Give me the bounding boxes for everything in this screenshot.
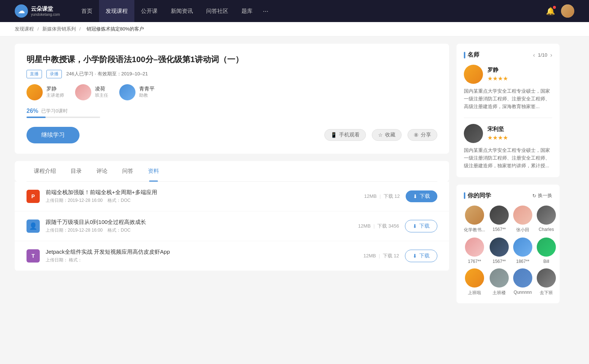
course-title: 明星中教授课，小学阶段语法100分–强化级第1讲动词（一） [27, 54, 437, 65]
download-btn-2[interactable]: ⬇ 下载 [405, 250, 437, 262]
breadcrumb-link-series[interactable]: 新媒体营销系列 [42, 26, 76, 32]
file-size-0: 12MB | 下载 12 [364, 193, 400, 200]
teacher-card-desc-1: 国内某重点大学安全工程专业硕士，国家一级注册消防工程师、注册安全工程师、级注册建… [464, 147, 552, 169]
course-card: 明星中教授课，小学阶段语法100分–强化级第1讲动词（一） 直播 录播 246人… [15, 44, 449, 154]
mobile-icon: 📱 [331, 132, 337, 138]
tab-intro[interactable]: 课程介绍 [27, 161, 63, 181]
classmate-2[interactable]: 张小田 [513, 206, 532, 233]
classmate-avatar-3 [537, 206, 556, 225]
classmate-9[interactable]: 土班楼 [490, 268, 509, 296]
course-meta: 直播 录播 246人已学习 · 有效期至：2019–10–21 [27, 70, 437, 78]
refresh-icon: ↻ [532, 193, 536, 199]
teacher-card-name-0: 罗静 [487, 67, 508, 74]
classmate-7[interactable]: Bill [537, 238, 556, 264]
classmate-name-11: 去下班 [537, 290, 556, 296]
mobile-view-btn[interactable]: 📱 手机观看 [324, 129, 366, 141]
avatar-image [561, 4, 574, 18]
tab-qa[interactable]: 问答 [115, 161, 141, 181]
classmate-avatar-6 [513, 238, 532, 257]
file-item-0: P 前端全栈加强版！前端全栈+全周期+多端应用 上传日期：2019-12-28 … [15, 182, 449, 211]
breadcrumb-sep-2: / [79, 26, 82, 32]
classmate-3[interactable]: Charles [537, 206, 556, 233]
progress-text: 已学习0课时 [41, 108, 68, 114]
classmates-panel-title: 你的同学 [464, 192, 491, 200]
share-btn[interactable]: ⑧ 分享 [408, 129, 437, 141]
nav-qa[interactable]: 问答社区 [200, 0, 235, 22]
classmate-11[interactable]: 去下班 [537, 268, 556, 296]
file-item-1: 👤 跟随千万级项目从0到100全过程高效成长 上传日期：2019-12-28 1… [15, 211, 449, 241]
nav: 首页 发现课程 公开课 新闻资讯 问答社区 题库 ··· [75, 0, 546, 22]
teacher-avatar-0 [27, 84, 43, 100]
classmate-6[interactable]: 1867** [513, 238, 532, 264]
file-name-1: 跟随千万级项目从0到100全过程高效成长 [46, 219, 352, 226]
file-list: P 前端全栈加强版！前端全栈+全周期+多端应用 上传日期：2019-12-28 … [15, 182, 449, 271]
teachers-next-btn[interactable]: › [550, 52, 552, 58]
classmate-1[interactable]: 1567** [490, 206, 509, 233]
classmate-name-2: 张小田 [513, 227, 532, 233]
classmate-avatar-9 [490, 268, 509, 288]
breadcrumb: 发现课程 / 新媒体营销系列 / 销冠修炼术搞定80%的客户 [0, 22, 589, 36]
continue-btn[interactable]: 继续学习 [27, 127, 80, 143]
classmate-10[interactable]: Qunnnnn [513, 268, 532, 296]
teacher-role-2: 助教 [139, 92, 155, 99]
teacher-name-2: 青青平 [139, 86, 155, 92]
classmate-0[interactable]: 化学教书... [464, 206, 485, 233]
classmate-avatar-4 [465, 238, 484, 257]
nav-home[interactable]: 首页 [75, 0, 99, 22]
tab-catalog[interactable]: 目录 [63, 161, 89, 181]
teacher-1: 凌荷 班主任 [75, 84, 108, 100]
teacher-card-avatar-1 [464, 124, 483, 143]
teacher-card-1: 宋利坚 ★★★★ 国内某重点大学安全工程专业硕士，国家一级注册消防工程师、注册安… [464, 124, 552, 169]
nav-open[interactable]: 公开课 [134, 0, 164, 22]
file-meta-2: 上传日期： 格式： [46, 257, 357, 263]
teachers-page: 1/10 [538, 52, 547, 58]
refresh-btn[interactable]: ↻ 换一换 [532, 192, 552, 199]
classmate-4[interactable]: 1767** [464, 238, 485, 264]
classmate-avatar-0 [465, 206, 484, 225]
progress-section: 26% 已学习0课时 [27, 108, 437, 118]
teachers-prev-btn[interactable]: ‹ [533, 52, 535, 58]
teachers-panel: 名师 ‹ 1/10 › 罗静 ★★★★ 国内某 [456, 44, 560, 177]
progress-bar-bg [27, 117, 100, 118]
nav-news[interactable]: 新闻资讯 [164, 0, 200, 22]
file-size-1: 12MB | 下载 3456 [358, 223, 399, 229]
classmate-8[interactable]: 上班啦 [464, 268, 485, 296]
tab-material[interactable]: 资料 [141, 161, 166, 181]
user-avatar[interactable] [561, 4, 574, 18]
classmate-name-6: 1867** [513, 259, 532, 264]
logo[interactable]: ☁ 云朵课堂 yundoketang.com [15, 4, 60, 18]
classmate-avatar-2 [513, 206, 532, 225]
download-btn-1[interactable]: ⬇ 下载 [405, 220, 437, 232]
download-btn-0[interactable]: ⬇ 下载 [406, 190, 437, 202]
breadcrumb-current: 销冠修炼术搞定80%的客户 [87, 26, 144, 32]
teacher-avatar-1 [75, 84, 91, 100]
download-icon-0: ⬇ [413, 193, 417, 199]
share-icon: ⑧ [414, 132, 419, 138]
classmates-header: 你的同学 ↻ 换一换 [464, 192, 552, 200]
classmate-avatar-10 [513, 268, 532, 288]
teachers-list: 罗静 主讲老师 凌荷 班主任 青青平 助教 [27, 84, 437, 100]
collect-btn[interactable]: ☆ 收藏 [372, 129, 402, 141]
nav-quiz[interactable]: 题库 [235, 0, 259, 22]
classmate-name-5: 1567** [490, 259, 509, 264]
logo-icon: ☁ [15, 4, 28, 18]
teacher-avatar-2 [119, 84, 135, 100]
classmate-avatar-5 [490, 238, 509, 257]
teacher-card-0: 罗静 ★★★★ 国内某重点大学安全工程专业硕士，国家一级注册消防工程师、注册安全… [464, 65, 552, 110]
file-name-2: Jetpack全组件实战 开发短视频应用高仿皮皮虾App [46, 249, 357, 256]
teacher-card-avatar-0 [464, 65, 483, 84]
teacher-name-0: 罗静 [46, 86, 64, 92]
file-meta-0: 上传日期：2019-12-28 16:00 格式：DOC [46, 197, 358, 204]
tab-review[interactable]: 评论 [89, 161, 115, 181]
file-icon-1: 👤 [27, 220, 40, 233]
classmates-grid: 化学教书... 1567** 张小田 Charles 1767** [464, 206, 552, 296]
classmate-5[interactable]: 1567** [490, 238, 509, 264]
divider [464, 118, 552, 118]
classmate-name-8: 上班啦 [464, 290, 485, 296]
teacher-0: 罗静 主讲老师 [27, 84, 64, 100]
teachers-panel-header: 名师 ‹ 1/10 › [464, 51, 552, 59]
bell-icon[interactable]: 🔔 [546, 7, 555, 15]
nav-discover[interactable]: 发现课程 [99, 0, 134, 22]
nav-more[interactable]: ··· [259, 7, 272, 15]
breadcrumb-link-discover[interactable]: 发现课程 [15, 26, 34, 32]
